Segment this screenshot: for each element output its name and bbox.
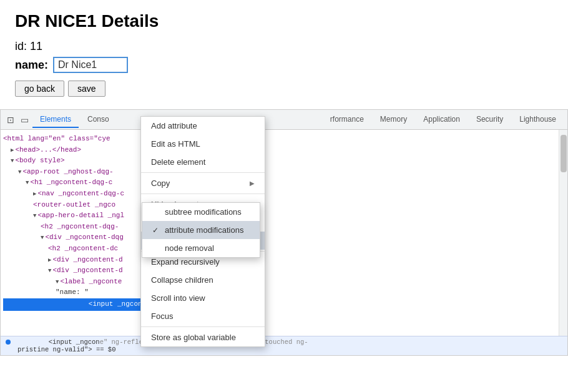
tree-line-5: ▼<h1 _ngcontent-dqg-c xyxy=(3,177,144,189)
id-number: 11 xyxy=(30,40,42,52)
devtools-tabs-bar: ⊡ ▭ Elements Conso rformance Memory Appl… xyxy=(1,110,567,130)
tab-console[interactable]: Conso xyxy=(80,112,117,128)
html-tree: <html lang="en" class="cye ▶<head>...</h… xyxy=(1,130,147,336)
go-back-button[interactable]: go back xyxy=(15,81,64,97)
save-button[interactable]: save xyxy=(68,81,105,97)
tab-elements[interactable]: Elements xyxy=(32,112,79,128)
submenu-item-subtree[interactable]: subtree modifications xyxy=(142,203,260,221)
inspect-icon[interactable]: ⊡ xyxy=(4,115,17,125)
devtools-body: <html lang="en" class="cye ▶<head>...</h… xyxy=(1,130,567,336)
menu-label-store-global: Store as global variable xyxy=(151,333,236,342)
tree-line-10: ▼<div _ngcontent-dqg xyxy=(3,232,144,243)
menu-label-collapse-children: Collapse children xyxy=(151,275,213,285)
tab-application[interactable]: Application xyxy=(416,112,468,128)
name-input[interactable] xyxy=(53,57,128,73)
copy-arrow-icon: ▶ xyxy=(250,180,255,187)
device-icon[interactable]: ▭ xyxy=(18,115,31,125)
top-content: DR NICE1 Details id: 11 name: go back sa… xyxy=(0,0,568,109)
tree-line-12: ▶<div _ngcontent-d xyxy=(3,255,144,266)
menu-label-copy: Copy xyxy=(151,179,170,188)
tree-line-8: ▼<app-hero-detail _ngl xyxy=(3,210,144,222)
scrollbar[interactable] xyxy=(559,130,567,336)
tree-line-3: ▼<body style> xyxy=(3,155,144,167)
scrollbar-thumb xyxy=(561,135,567,172)
break-on-submenu: subtree modifications ✓ attribute modifi… xyxy=(142,202,260,258)
tree-line-14: ▼<label _ngconte xyxy=(3,277,144,288)
tree-line-4: ▼<app-root _nghost-dqg- xyxy=(3,167,144,178)
menu-item-delete-element[interactable]: Delete element xyxy=(141,153,265,171)
menu-item-edit-html[interactable]: Edit as HTML xyxy=(141,135,265,153)
highlighted-input-line: <input _ngcon xyxy=(3,298,144,311)
tab-performance[interactable]: rformance xyxy=(323,112,371,128)
tree-line-9: <h2 _ngcontent-dqg- xyxy=(3,222,144,233)
menu-divider-4 xyxy=(141,326,265,327)
menu-label-scroll-into-view: Scroll into view xyxy=(151,293,205,303)
menu-label-edit-html: Edit as HTML xyxy=(151,139,200,149)
submenu-item-attribute[interactable]: ✓ attribute modifications xyxy=(142,221,260,239)
menu-label-add-attribute: Add attribute xyxy=(151,121,197,130)
menu-item-focus[interactable]: Focus xyxy=(141,307,265,325)
button-row: go back save xyxy=(15,81,553,97)
id-label: id: xyxy=(15,40,27,52)
tab-memory[interactable]: Memory xyxy=(373,112,414,128)
page-title: DR NICE1 Details xyxy=(15,11,553,31)
tab-security[interactable]: Security xyxy=(469,112,511,128)
tree-line-6: ▶<nav _ngcontent-dqg-c xyxy=(3,189,144,200)
menu-label-focus: Focus xyxy=(151,311,173,321)
tree-line-2: ▶<head>...</head> xyxy=(3,145,144,156)
menu-divider-1 xyxy=(141,172,265,173)
tree-line-15: "name: " xyxy=(3,287,144,298)
menu-item-store-global[interactable]: Store as global variable xyxy=(141,328,265,346)
menu-item-copy[interactable]: Copy ▶ xyxy=(141,174,265,192)
tree-line-13: ▼<div _ngcontent-d xyxy=(3,265,144,277)
submenu-item-node-removal[interactable]: node removal xyxy=(142,239,260,257)
tree-line-11: <h2 _ngcontent-dc xyxy=(3,243,144,255)
name-line: name: xyxy=(15,57,553,73)
menu-item-scroll-into-view[interactable]: Scroll into view xyxy=(141,289,265,307)
blue-dot-indicator xyxy=(6,340,11,345)
bottom-code-text2: pristine ng-valid"> == $0 xyxy=(6,346,115,353)
menu-label-expand-recursively: Expand recursively xyxy=(151,257,220,267)
menu-item-collapse-children[interactable]: Collapse children xyxy=(141,271,265,289)
devtools-panel: ⊡ ▭ Elements Conso rformance Memory Appl… xyxy=(0,109,568,356)
name-label: name: xyxy=(15,59,48,72)
tree-line-1: <html lang="en" class="cye xyxy=(3,134,144,145)
menu-item-add-attribute[interactable]: Add attribute xyxy=(141,117,265,135)
submenu-label-attribute: attribute modifications xyxy=(165,225,243,235)
submenu-label-subtree: subtree modifications xyxy=(165,207,242,217)
id-line: id: 11 xyxy=(15,40,553,53)
attribute-check-icon: ✓ xyxy=(152,226,161,235)
tab-lighthouse[interactable]: Lighthouse xyxy=(512,112,564,128)
tree-line-7: <router-outlet _ngco xyxy=(3,200,144,211)
menu-label-delete-element: Delete element xyxy=(151,157,205,167)
bottom-code-bar: <input _ngcone" ng-reflect-model="Dr Nic… xyxy=(1,336,567,355)
menu-divider-2 xyxy=(141,194,265,194)
submenu-label-node-removal: node removal xyxy=(165,243,214,253)
